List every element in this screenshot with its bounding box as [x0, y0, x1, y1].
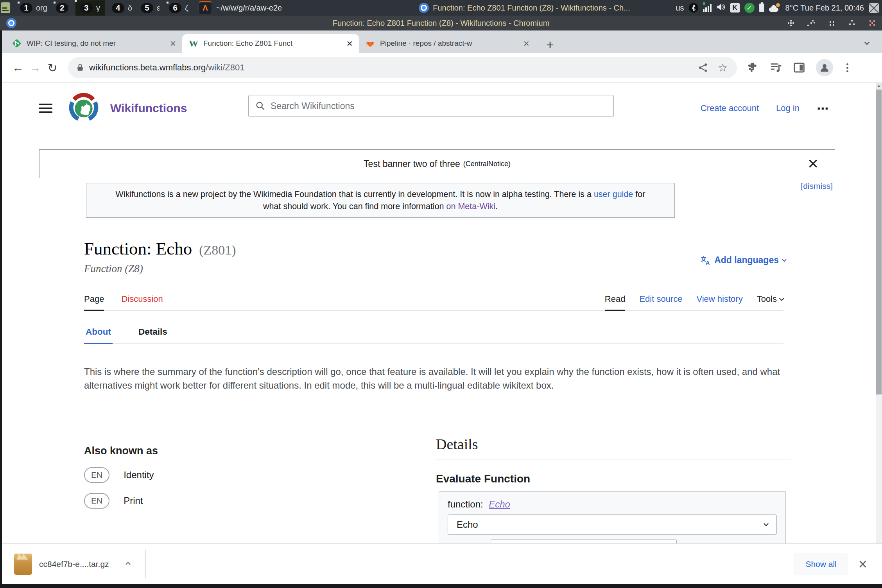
side-panel-icon[interactable]	[793, 62, 805, 74]
banner-suffix: (CentralNotice)	[463, 160, 511, 168]
workspace-6[interactable]: 6 ζ	[167, 2, 190, 14]
language-pill: EN	[84, 493, 109, 509]
tools-menu[interactable]: Tools	[757, 294, 783, 311]
tab-search-chevron-icon[interactable]	[865, 39, 869, 46]
window-tile-icon[interactable]	[828, 20, 835, 27]
function-summary: This is where the summary of the functio…	[84, 365, 786, 393]
forward-button[interactable]: →	[27, 61, 44, 74]
address-bar[interactable]: wikifunctions.beta.wmflabs.org/wiki/Z801…	[68, 57, 737, 78]
tab-gitlab-pipeline[interactable]: Pipeline · repos / abstract-w ×	[359, 34, 536, 53]
tab-close-icon[interactable]: ×	[168, 38, 178, 48]
share-icon[interactable]	[698, 63, 708, 72]
workspace-number: 2	[56, 3, 68, 13]
tab-details[interactable]: Details	[137, 327, 169, 344]
terminal-window-item[interactable]: Λ ~/w/w/g/r/a/aw-e2e	[198, 1, 282, 14]
download-chevron-up-icon[interactable]	[126, 561, 130, 568]
window-shade-icon[interactable]	[848, 20, 855, 27]
shelf-close-icon[interactable]: ×	[859, 557, 867, 572]
page-scrollbar[interactable]	[876, 83, 882, 543]
site-wordmark[interactable]: Wikifunctions	[110, 102, 187, 115]
user-guide-link[interactable]: user guide	[594, 190, 633, 199]
scrollbar-thumb[interactable]	[876, 90, 882, 394]
status-ok-icon[interactable]: ✓	[744, 3, 755, 13]
extensions-icon[interactable]	[747, 62, 759, 74]
aka-heading: Also known as	[84, 445, 158, 457]
weather-icon[interactable]	[769, 3, 781, 13]
partial-input[interactable]	[491, 540, 677, 543]
workspace-label: γ	[96, 4, 100, 13]
tab-wikifunctions-active[interactable]: W Function: Echo Z801 Funct ×	[182, 34, 359, 53]
network-signal-icon[interactable]	[703, 4, 712, 12]
bookmark-star-icon[interactable]: ☆	[718, 61, 728, 74]
system-tray: us K ✓ 8°C Tue Feb 21, 00:46	[676, 3, 879, 13]
page-viewport: Wikifunctions Create account Log in ⋯ Te…	[0, 83, 882, 543]
window-title: Function: Echo Z801 Function (Z8) - Wiki…	[0, 19, 882, 28]
tab-gitlab-mr[interactable]: WIP: CI testing, do not mer ×	[5, 34, 182, 53]
search-input[interactable]	[271, 101, 613, 111]
gitlab-favicon	[365, 38, 375, 48]
tab-edit-source[interactable]: Edit source	[639, 294, 682, 311]
url-path: /wiki/Z801	[206, 63, 244, 72]
tray-widget-icon[interactable]	[869, 3, 879, 13]
function-name-link[interactable]: Echo	[489, 499, 510, 509]
wikifunctions-favicon: W	[188, 38, 199, 48]
keyboard-layout[interactable]: us	[676, 4, 684, 13]
banner-close-icon[interactable]: ×	[808, 151, 818, 176]
create-account-link[interactable]: Create account	[701, 103, 759, 113]
browser-window-item[interactable]: Function: Echo Z801 Function (Z8) - Wiki…	[419, 3, 668, 13]
tab-close-icon[interactable]: ×	[521, 38, 532, 48]
download-shelf: cc84ef7b-e....tar.gz Show all ×	[0, 543, 882, 584]
tab-close-icon[interactable]: ×	[344, 38, 355, 48]
search-box[interactable]	[248, 95, 614, 117]
reload-button[interactable]: ↻	[44, 61, 61, 75]
scrollbar-up-arrow[interactable]	[876, 83, 882, 89]
lock-icon	[76, 63, 84, 72]
tab-about[interactable]: About	[84, 327, 113, 344]
chromium-icon	[419, 3, 429, 13]
header-overflow-icon[interactable]: ⋯	[817, 102, 829, 115]
aka-label: Print	[124, 495, 143, 506]
login-link[interactable]: Log in	[776, 103, 800, 113]
browser-menu-icon[interactable]	[846, 67, 848, 69]
workspace-2[interactable]: 2	[54, 2, 70, 14]
sitenotice-dismiss-link[interactable]: [dismiss]	[801, 181, 833, 191]
window-float-icon[interactable]	[808, 20, 815, 27]
git-diamond-favicon	[12, 38, 22, 48]
new-tab-button[interactable]: +	[542, 38, 558, 51]
window-close-icon[interactable]	[869, 20, 876, 27]
tab-read[interactable]: Read	[605, 294, 626, 311]
workspace-3-active[interactable]: 3 γ	[75, 0, 105, 16]
tab-title: WIP: CI testing, do not mer	[27, 39, 165, 48]
selected-function: Echo	[457, 519, 478, 530]
tab-page[interactable]: Page	[84, 294, 104, 311]
add-languages-button[interactable]: A Add languages	[700, 255, 786, 265]
page-subtitle: Function (Z8)	[84, 263, 236, 275]
tab-view-history[interactable]: View history	[696, 294, 742, 311]
sitenotice: Wikifunctions is a new project by the Wi…	[86, 183, 675, 218]
back-button[interactable]: ←	[9, 61, 27, 74]
tab-strip: WIP: CI testing, do not mer × W Function…	[0, 30, 882, 53]
tools-label: Tools	[757, 294, 777, 304]
tab-discussion[interactable]: Discussion	[121, 294, 163, 311]
workspace-4[interactable]: 4 δ	[110, 2, 134, 14]
volume-icon[interactable]	[716, 3, 726, 13]
meta-wiki-link[interactable]: on Meta-Wiki	[446, 202, 495, 211]
hamburger-menu-icon[interactable]	[39, 101, 52, 115]
show-all-downloads-button[interactable]: Show all	[794, 553, 848, 575]
media-playlist-icon[interactable]	[770, 62, 782, 74]
workspace-number: 5	[141, 3, 153, 13]
url-host: wikifunctions.beta.wmflabs.org	[89, 63, 206, 72]
workspace-1[interactable]: 1 org	[18, 2, 49, 14]
download-filename[interactable]: cc84ef7b-e....tar.gz	[39, 559, 109, 569]
keepass-tray-icon[interactable]: K	[730, 3, 740, 13]
content-tabs: About Details	[84, 327, 783, 344]
clock-temperature[interactable]: 8°C Tue Feb 21, 00:46	[785, 4, 864, 13]
function-select[interactable]: Echo	[448, 514, 777, 535]
window-move-icon[interactable]	[787, 20, 794, 27]
profile-avatar[interactable]	[816, 59, 833, 76]
bluetooth-icon[interactable]	[689, 3, 698, 13]
workspace-indicator	[18, 2, 20, 4]
wikifunctions-logo[interactable]	[67, 91, 100, 125]
chevron-down-icon	[782, 257, 786, 262]
workspace-5[interactable]: 5 ε	[139, 2, 162, 14]
